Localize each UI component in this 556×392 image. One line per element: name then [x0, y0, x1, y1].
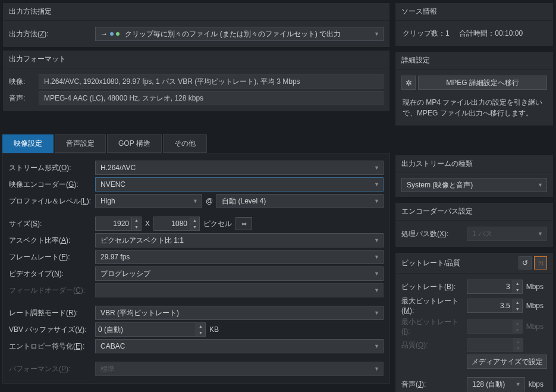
audio-summary-value: MPEG-4 AAC (LC), 48000 Hz, ステレオ, 128 kbp…: [39, 91, 384, 105]
size-width-input[interactable]: 1920: [95, 217, 132, 231]
settings-tabs: 映像設定 音声設定 GOP 構造 その他: [2, 134, 390, 153]
output-method-panel: 出力方法指定 出力方法(Z): → クリップ毎に別々のファイル (または別々のフ…: [2, 2, 390, 48]
max-bitrate-label: 最大ビットレート(M):: [401, 296, 467, 315]
stream-type-label: ストリーム形式(O):: [9, 163, 95, 173]
encoder-label: 映像エンコーダー(G):: [9, 180, 95, 190]
size-x: X: [142, 219, 153, 228]
profile-select[interactable]: High: [95, 194, 202, 208]
advanced-button[interactable]: MPEG 詳細設定へ移行: [418, 76, 547, 90]
rate-mode-select[interactable]: VBR (平均ビットレート): [95, 306, 384, 320]
min-bitrate-spinner: ▲▼: [513, 319, 523, 334]
rate-mode-label: レート調整モード(R):: [9, 308, 95, 318]
advanced-desc: 現在の MP4 ファイル出力の設定を引き継いで、MPEG ファイル出力へ移行しま…: [401, 95, 547, 121]
field-order-label: フィールドオーダー(C):: [9, 286, 95, 296]
size-label: サイズ(S):: [9, 219, 95, 229]
media-size-button[interactable]: メディアサイズで設定: [467, 355, 547, 369]
vbv-input[interactable]: 0 (自動): [95, 322, 196, 337]
source-info-panel: ソース情報 クリップ数：1 合計時間：00:10:00: [395, 2, 554, 46]
output-stream-select[interactable]: System (映像と音声): [401, 178, 547, 192]
min-bitrate-input: [467, 319, 513, 334]
stream-type-header: 出力ストリームの種類: [395, 155, 553, 173]
reset-icon[interactable]: ↺: [519, 256, 532, 269]
encoder-pass-panel: エンコーダーパス設定 処理パス数(X): 1 パス: [395, 202, 554, 247]
bitrate-unit: Mbps: [523, 283, 547, 291]
video-summary-label: 映像:: [9, 77, 39, 87]
video-summary-value: H.264/AVC, 1920x1080, 29.97 fps, 1 パス VB…: [39, 74, 384, 89]
tab-video[interactable]: 映像設定: [2, 134, 54, 153]
audio-bitrate-select[interactable]: 128 (自動): [467, 377, 525, 391]
advanced-panel: 詳細設定 ✲ MPEG 詳細設定へ移行 現在の MP4 ファイル出力の設定を引き…: [395, 51, 554, 126]
advanced-header: 詳細設定: [395, 52, 553, 70]
audio-bitrate-label: 音声(J):: [401, 380, 467, 390]
stream-type-select[interactable]: H.264/AVC: [95, 161, 384, 175]
gear-icon: ✲: [401, 76, 416, 90]
tab-gop[interactable]: GOP 構造: [107, 134, 162, 153]
size-height-spinner[interactable]: ▲▼: [190, 217, 200, 231]
level-select[interactable]: 自動 (Level 4): [216, 194, 384, 208]
output-method-value: クリップ毎に別々のファイル (または別々のファイルセット) で出力: [125, 30, 341, 38]
quality-spinner: ▲▼: [514, 338, 523, 352]
bitrate-panel: ビットレート/品質 ↺ ⏍ ビットレート(B): 3 ▲▼ Mbps 最大ビット…: [395, 252, 554, 392]
max-bitrate-unit: Mbps: [523, 302, 547, 310]
source-info-text: クリップ数：1 合計時間：00:10:00: [401, 26, 547, 41]
output-split-icon: →: [100, 27, 120, 40]
vbv-unit: KB: [206, 325, 222, 334]
size-height-input[interactable]: 1080: [153, 217, 190, 231]
field-order-select: [95, 283, 384, 297]
source-info-header: ソース情報: [395, 3, 553, 21]
lock-aspect-icon[interactable]: ⇔: [235, 217, 252, 230]
output-method-label: 出力方法(Z):: [9, 29, 95, 39]
bitrate-header: ビットレート/品質 ↺ ⏍: [395, 253, 553, 274]
quality-input: [467, 338, 514, 352]
video-type-label: ビデオタイプ(N):: [9, 269, 95, 279]
bitrate-label: ビットレート(B):: [401, 282, 467, 292]
max-bitrate-input[interactable]: 3.5: [467, 299, 513, 313]
performance-label: パフォーマンス(P):: [9, 364, 95, 374]
video-type-select[interactable]: プログレッシブ: [95, 266, 384, 281]
vbv-spinner[interactable]: ▲▼: [196, 322, 206, 337]
min-bitrate-unit: Mbps: [523, 322, 547, 331]
aspect-label: アスペクト比率(A):: [9, 236, 95, 246]
max-bitrate-spinner[interactable]: ▲▼: [513, 299, 523, 313]
output-format-panel: 出力フォーマット 映像: H.264/AVC, 1920x1080, 29.97…: [2, 50, 390, 112]
stream-type-panel: 出力ストリームの種類 System (映像と音声): [395, 155, 554, 197]
vbv-label: VBV バッファサイズ(V):: [9, 325, 95, 335]
profile-label: プロファイル＆レベル(L):: [9, 196, 95, 206]
tab-other[interactable]: その他: [163, 134, 207, 153]
framerate-select[interactable]: 29.97 fps: [95, 250, 384, 264]
output-method-select[interactable]: → クリップ毎に別々のファイル (または別々のファイルセット) で出力: [95, 27, 384, 41]
bitrate-input[interactable]: 3: [467, 280, 513, 294]
encoder-pass-header: エンコーダーパス設定: [395, 203, 553, 221]
audio-summary-label: 音声:: [9, 93, 39, 104]
min-bitrate-label: 最小ビットレート(I):: [401, 317, 467, 335]
lock-icon[interactable]: ⏍: [534, 256, 547, 269]
audio-bitrate-unit: kbps: [525, 380, 547, 388]
output-method-header: 出力方法指定: [3, 3, 389, 21]
entropy-label: エントロピー符号化(E):: [9, 341, 95, 352]
encoder-select[interactable]: NVENC: [95, 177, 384, 192]
entropy-select[interactable]: CABAC: [95, 339, 384, 353]
size-unit: ピクセル: [200, 219, 235, 229]
video-settings-body: ストリーム形式(O): H.264/AVC 映像エンコーダー(G): NVENC…: [2, 153, 390, 384]
framerate-label: フレームレート(F):: [9, 252, 95, 262]
size-width-spinner[interactable]: ▲▼: [132, 217, 142, 231]
profile-at: @: [202, 197, 216, 205]
output-format-header: 出力フォーマット: [3, 51, 389, 68]
tab-audio[interactable]: 音声設定: [55, 134, 106, 153]
bitrate-spinner[interactable]: ▲▼: [513, 280, 523, 294]
performance-select: 標準: [95, 362, 384, 376]
pass-count-label: 処理パス数(X):: [401, 229, 467, 239]
quality-label: 品質(Q):: [401, 340, 467, 350]
pass-count-select: 1 パス: [467, 227, 547, 241]
aspect-select[interactable]: ピクセルアスペクト比 1:1: [95, 233, 384, 247]
